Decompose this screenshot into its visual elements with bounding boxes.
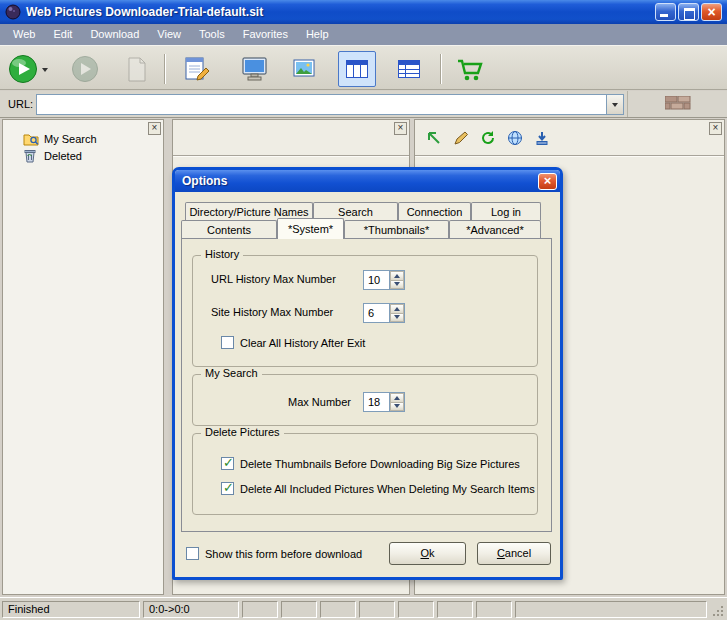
main-toolbar [0, 45, 727, 90]
status-cell [437, 601, 473, 618]
menu-tools[interactable]: Tools [190, 24, 234, 45]
delete-included-label[interactable]: Delete All Included Pictures When Deleti… [240, 483, 535, 495]
spinner-buttons [389, 271, 404, 289]
show-form-label[interactable]: Show this form before download [205, 548, 362, 560]
history-group-title: History [201, 248, 243, 260]
my-search-group: My Search Max Number 18 [192, 374, 538, 426]
statusbar: Finished 0:0->0:0 [0, 597, 727, 620]
maximize-button[interactable] [678, 3, 699, 21]
delete-thumbnails-label[interactable]: Delete Thumbnails Before Downloading Big… [240, 458, 520, 470]
ok-button[interactable]: Ok [389, 542, 466, 565]
go-dropdown-arrow[interactable] [40, 65, 50, 75]
tab-system[interactable]: *System* [277, 218, 344, 239]
url-bar: URL: [0, 91, 727, 118]
go-alt-button[interactable] [68, 52, 102, 86]
clear-history-label[interactable]: Clear All History After Exit [240, 337, 365, 349]
delete-pictures-group-title: Delete Pictures [201, 426, 284, 438]
cancel-button[interactable]: Cancel [477, 542, 551, 565]
resize-grip[interactable] [710, 601, 725, 618]
tree-item-my-search[interactable]: My Search [7, 130, 147, 147]
thumbnails-view-button[interactable] [338, 51, 376, 87]
spin-down-button[interactable] [390, 281, 404, 290]
window-title: Web Pictures Downloader-Trial-default.si… [26, 5, 655, 19]
minimize-button[interactable] [655, 3, 676, 21]
menu-web[interactable]: Web [4, 24, 44, 45]
dialog-titlebar[interactable]: Options [175, 170, 560, 192]
delete-included-checkbox[interactable] [221, 482, 234, 495]
tab-contents[interactable]: Contents [181, 220, 277, 238]
download-picture-button[interactable] [533, 129, 551, 147]
url-dropdown-button[interactable] [606, 95, 623, 114]
close-button[interactable] [701, 3, 722, 21]
spin-up-button[interactable] [390, 271, 404, 281]
status-cell [476, 601, 512, 618]
edit-pencil-button[interactable] [452, 129, 470, 147]
tree-panel-close-button[interactable] [148, 122, 161, 135]
toolbar-separator [440, 54, 442, 84]
menu-edit[interactable]: Edit [44, 24, 81, 45]
spin-up-button[interactable] [390, 304, 404, 314]
recycle-bin-icon [23, 148, 39, 163]
status-cell [242, 601, 278, 618]
delete-thumbnails-checkbox[interactable] [221, 457, 234, 470]
status-text: Finished [2, 601, 140, 618]
url-combobox[interactable] [36, 94, 624, 115]
details-view-button[interactable] [392, 52, 426, 86]
remote-computer-button[interactable] [238, 52, 272, 86]
menu-download[interactable]: Download [81, 24, 148, 45]
refresh-button[interactable] [479, 129, 497, 147]
search-folder-icon [23, 132, 39, 146]
tab-thumbnails[interactable]: *Thumbnails* [344, 220, 449, 238]
my-search-group-title: My Search [201, 367, 262, 379]
tab-log-in[interactable]: Log in [471, 202, 541, 220]
max-number-spinner[interactable]: 18 [363, 392, 405, 412]
list-panel-close-button[interactable] [394, 122, 407, 135]
site-history-value[interactable]: 6 [364, 304, 389, 322]
edit-form-button[interactable] [180, 52, 214, 86]
spin-up-button[interactable] [390, 393, 404, 403]
status-cell [320, 601, 356, 618]
max-number-label: Max Number [288, 396, 351, 408]
options-dialog: Options Directory/Picture Names Search C… [172, 167, 563, 580]
status-cell [515, 601, 707, 618]
app-window: Web Pictures Downloader-Trial-default.si… [0, 0, 727, 620]
menubar: Web Edit Download View Tools Favorites H… [0, 24, 727, 45]
toolbar-separator [164, 54, 166, 84]
globe-button[interactable] [506, 129, 524, 147]
dialog-title: Options [182, 174, 538, 188]
url-history-value[interactable]: 10 [364, 271, 389, 289]
tab-connection[interactable]: Connection [398, 202, 471, 220]
clear-history-checkbox[interactable] [221, 336, 234, 349]
preview-toolbar [415, 120, 724, 156]
window-controls [655, 3, 722, 21]
preview-panel-close-button[interactable] [709, 122, 722, 135]
tree-item-label: Deleted [44, 150, 82, 162]
new-document-button[interactable] [120, 52, 154, 86]
history-group: History URL History Max Number 10 Site H… [192, 255, 538, 367]
search-tree-panel: My Search Deleted [2, 119, 164, 595]
url-history-spinner[interactable]: 10 [363, 270, 405, 290]
toolbar-end-panel [627, 91, 727, 117]
tab-advanced[interactable]: *Advanced* [449, 220, 541, 238]
go-download-button[interactable] [6, 52, 40, 86]
menu-favorites[interactable]: Favorites [234, 24, 297, 45]
spin-down-button[interactable] [390, 314, 404, 323]
url-input[interactable] [37, 95, 606, 114]
dialog-body: Directory/Picture Names Search Connectio… [175, 192, 560, 577]
tree-item-deleted[interactable]: Deleted [7, 147, 147, 164]
spin-down-button[interactable] [390, 403, 404, 412]
max-number-value[interactable]: 18 [364, 393, 389, 411]
pictures-button[interactable] [288, 52, 322, 86]
show-form-checkbox[interactable] [186, 547, 199, 560]
menu-help[interactable]: Help [297, 24, 338, 45]
list-panel-header [173, 120, 409, 156]
app-icon [5, 4, 21, 20]
site-history-label: Site History Max Number [211, 306, 333, 318]
status-cell [359, 601, 395, 618]
shopping-cart-button[interactable] [452, 52, 486, 86]
arrow-up-left-button[interactable] [425, 129, 443, 147]
dialog-close-button[interactable] [538, 173, 557, 190]
tree-item-label: My Search [44, 133, 97, 145]
menu-view[interactable]: View [148, 24, 190, 45]
site-history-spinner[interactable]: 6 [363, 303, 405, 323]
